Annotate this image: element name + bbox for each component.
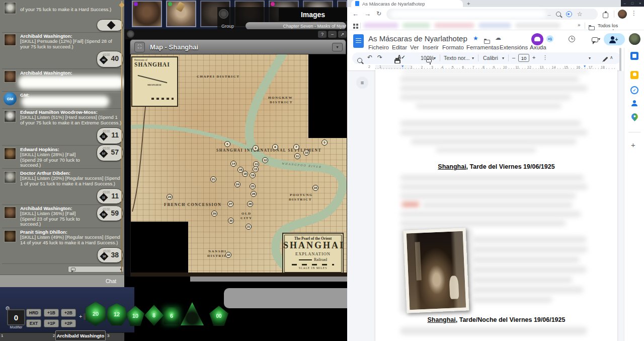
maximize-icon[interactable]: □ bbox=[631, 2, 633, 5]
map-marker[interactable]: 10 bbox=[303, 150, 309, 156]
map-marker[interactable]: 18 bbox=[242, 171, 248, 177]
map-marker[interactable]: 21 bbox=[210, 176, 216, 182]
hotbar-page-2[interactable]: 2 bbox=[53, 333, 55, 338]
dice-roll-result[interactable]: d100 57 57 bbox=[97, 145, 123, 161]
menu-editar[interactable]: Editar bbox=[392, 44, 407, 50]
collapse-toolbar-icon[interactable]: ∧ bbox=[610, 55, 613, 60]
undo-icon[interactable]: ↶ bbox=[367, 54, 372, 61]
outline-button[interactable]: ≡ bbox=[356, 77, 368, 89]
contacts-icon[interactable] bbox=[631, 100, 637, 106]
print-icon[interactable] bbox=[394, 59, 400, 63]
back-icon[interactable]: ← bbox=[352, 10, 359, 18]
zoom-select[interactable]: 100% bbox=[421, 55, 434, 61]
bookmark-star-icon[interactable]: ☆ bbox=[577, 11, 583, 18]
new-tab-button[interactable]: + bbox=[467, 1, 470, 7]
indent-marker-icon[interactable]: ▾ bbox=[401, 64, 404, 69]
add-die-icon[interactable]: + bbox=[79, 313, 82, 319]
move-folder-icon[interactable] bbox=[484, 40, 490, 44]
apps-grid-icon[interactable] bbox=[353, 24, 355, 26]
close-icon[interactable]: × bbox=[639, 2, 641, 5]
expand-button[interactable]: ↗ bbox=[338, 31, 347, 38]
map-marker[interactable]: 29 bbox=[211, 211, 217, 217]
minimize-button[interactable]: – bbox=[328, 31, 337, 38]
spellcheck-icon[interactable]: A✓ bbox=[397, 54, 406, 60]
hotbar-page-1[interactable]: 1 bbox=[1, 333, 3, 338]
dice-roll-result[interactable] bbox=[97, 19, 123, 31]
menu-ficheiro[interactable]: Ficheiro bbox=[368, 44, 389, 50]
menu-inserir[interactable]: Inserir bbox=[423, 44, 439, 50]
hotbar-page-3[interactable]: 3 bbox=[107, 333, 109, 338]
help-button[interactable]: ? bbox=[318, 31, 327, 38]
add-addon-icon[interactable]: + bbox=[631, 141, 635, 149]
map-marker[interactable]: 28 bbox=[247, 201, 253, 207]
omnibox[interactable]: ... ☆ bbox=[386, 9, 598, 20]
map-marker[interactable]: 23 bbox=[167, 194, 173, 200]
map-marker[interactable]: 24 bbox=[234, 181, 240, 187]
reload-icon[interactable]: ↻ bbox=[376, 10, 381, 17]
minimize-icon[interactable]: – bbox=[624, 2, 626, 5]
map-marker[interactable]: 19 bbox=[250, 172, 256, 178]
comments-icon[interactable] bbox=[592, 37, 598, 42]
kebab-menu-icon[interactable]: ⋮ bbox=[631, 10, 637, 17]
document-page[interactable]: Shanghai, Tarde del Viernes 19/06/1925 bbox=[375, 69, 617, 341]
map-marker[interactable]: 30 bbox=[228, 218, 234, 224]
hard-roll-button[interactable]: HRD bbox=[26, 309, 41, 317]
map-marker[interactable]: 6 bbox=[224, 141, 230, 147]
account-avatar[interactable] bbox=[629, 33, 640, 45]
toolbar-overflow-icon[interactable]: ⋮ bbox=[542, 54, 548, 61]
decrease-font-icon[interactable]: – bbox=[512, 54, 515, 60]
map-marker[interactable]: 12 bbox=[262, 157, 268, 163]
increase-font-icon[interactable]: + bbox=[532, 54, 535, 60]
calendar-icon[interactable] bbox=[630, 52, 638, 60]
starred-icon[interactable]: ★ bbox=[473, 35, 478, 42]
map-marker[interactable]: 5 bbox=[321, 140, 328, 146]
map-marker[interactable]: 15 bbox=[253, 166, 259, 172]
map-marker[interactable]: 9 bbox=[253, 145, 259, 151]
menu-ver[interactable]: Ver bbox=[410, 44, 419, 50]
map-marker[interactable]: 11 bbox=[294, 153, 300, 159]
meet-caret-icon[interactable]: ▾ bbox=[598, 37, 600, 41]
font-size-field[interactable]: 10 bbox=[518, 54, 529, 62]
document-photo[interactable] bbox=[403, 228, 469, 313]
roll-type-dropdown[interactable]: ▾ bbox=[68, 266, 124, 272]
d6-die[interactable]: 6 bbox=[164, 307, 180, 324]
bonus1-button[interactable]: +1B bbox=[44, 309, 59, 317]
extension-avatar[interactable] bbox=[531, 33, 543, 45]
dice-roll-result[interactable]: d100 59 59 bbox=[97, 206, 123, 221]
paragraph-style-select[interactable]: Texto nor... bbox=[444, 55, 469, 61]
map-canvas[interactable]: Environs of SHANGHAI SHANGHAI CHAPEI DIS… bbox=[130, 54, 347, 277]
dice-roll-result[interactable]: d100 38 38 bbox=[97, 247, 123, 263]
menu-extensions[interactable]: Extensións bbox=[500, 44, 528, 50]
map-window-header[interactable]: ⛶ Map - Shanghai ▾ bbox=[130, 39, 346, 54]
map-marker[interactable]: 14 bbox=[230, 161, 236, 167]
doc-scrollbar[interactable] bbox=[619, 48, 621, 71]
penalty2-button[interactable]: +2P bbox=[61, 319, 76, 327]
window-menu-button[interactable]: ▾ bbox=[332, 43, 343, 51]
modifier-box[interactable]: 0 bbox=[7, 309, 25, 325]
keep-icon[interactable] bbox=[630, 71, 638, 79]
browser-tab[interactable]: As Máscaras de Nyarlathotep bbox=[351, 0, 463, 7]
lens-icon[interactable] bbox=[566, 11, 572, 17]
menu-ferramentas[interactable]: Ferramentas bbox=[466, 44, 499, 50]
map-marker[interactable]: 26 bbox=[251, 191, 257, 197]
extreme-roll-button[interactable]: EXT bbox=[26, 319, 41, 327]
profile-avatar[interactable] bbox=[618, 10, 627, 19]
extensions-icon[interactable] bbox=[603, 13, 608, 18]
map-marker[interactable]: 31 bbox=[246, 224, 252, 230]
font-select[interactable]: Calibri bbox=[483, 55, 498, 61]
docs-app-icon[interactable] bbox=[353, 34, 364, 48]
dice-roll-result[interactable]: d100 11 11 bbox=[97, 188, 123, 204]
version-history-icon[interactable] bbox=[569, 36, 575, 42]
chat-tab[interactable]: Chat bbox=[0, 275, 124, 287]
editing-mode-icon[interactable] bbox=[603, 57, 608, 62]
map-marker[interactable]: 25 bbox=[250, 183, 256, 189]
chat-scrollbar[interactable] bbox=[121, 1, 122, 273]
map-marker[interactable]: 34 bbox=[312, 185, 318, 191]
popout-icon[interactable]: ⛶ bbox=[134, 42, 145, 52]
menu-formato[interactable]: Formato bbox=[442, 44, 464, 50]
bonus2-button[interactable]: +2B bbox=[61, 309, 76, 317]
cloud-status-icon[interactable]: ☁ bbox=[495, 34, 501, 41]
maps-icon[interactable] bbox=[630, 112, 639, 121]
group-dropdown[interactable]: Chapter Seven - Masks of Nyar bbox=[246, 22, 346, 30]
map-marker[interactable]: 8 bbox=[272, 144, 278, 150]
